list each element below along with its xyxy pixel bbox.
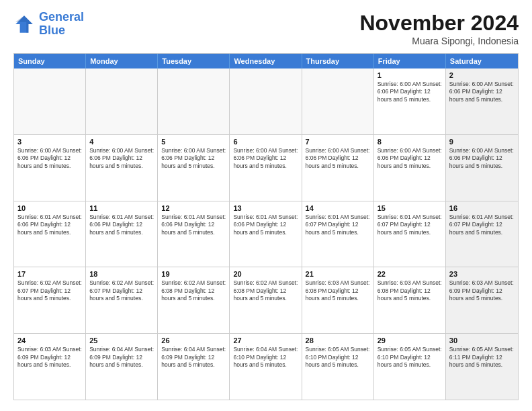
- empty-cell: [158, 68, 230, 134]
- day-cell-15: 15Sunrise: 6:01 AM Sunset: 6:07 PM Dayli…: [374, 201, 446, 267]
- cal-row-3: 17Sunrise: 6:02 AM Sunset: 6:07 PM Dayli…: [14, 267, 518, 333]
- cal-row-4: 24Sunrise: 6:03 AM Sunset: 6:09 PM Dayli…: [14, 333, 518, 400]
- day-number: 10: [17, 204, 82, 212]
- day-number: 30: [449, 336, 515, 345]
- day-number: 13: [233, 204, 298, 212]
- logo: General Blue: [13, 11, 84, 38]
- day-number: 18: [89, 270, 154, 278]
- day-info: Sunrise: 6:02 AM Sunset: 6:08 PM Dayligh…: [161, 279, 226, 302]
- day-cell-14: 14Sunrise: 6:01 AM Sunset: 6:07 PM Dayli…: [302, 201, 374, 267]
- day-cell-21: 21Sunrise: 6:03 AM Sunset: 6:08 PM Dayli…: [302, 267, 374, 333]
- day-info: Sunrise: 6:00 AM Sunset: 6:06 PM Dayligh…: [378, 147, 442, 170]
- day-info: Sunrise: 6:00 AM Sunset: 6:06 PM Dayligh…: [233, 147, 298, 170]
- cal-row-0: 1Sunrise: 6:00 AM Sunset: 6:06 PM Daylig…: [14, 68, 518, 134]
- logo-icon: [13, 13, 35, 35]
- header: General Blue November 2024 Muara Sipongi…: [13, 11, 519, 46]
- day-number: 26: [161, 336, 226, 345]
- day-info: Sunrise: 6:03 AM Sunset: 6:08 PM Dayligh…: [378, 279, 442, 302]
- empty-cell: [230, 68, 302, 134]
- header-cell-saturday: Saturday: [446, 54, 518, 68]
- day-number: 29: [378, 336, 442, 345]
- day-info: Sunrise: 6:01 AM Sunset: 6:06 PM Dayligh…: [233, 214, 298, 236]
- day-cell-17: 17Sunrise: 6:02 AM Sunset: 6:07 PM Dayli…: [14, 267, 86, 333]
- empty-cell: [14, 68, 86, 134]
- day-info: Sunrise: 6:01 AM Sunset: 6:06 PM Dayligh…: [161, 214, 226, 236]
- day-cell-10: 10Sunrise: 6:01 AM Sunset: 6:06 PM Dayli…: [14, 201, 86, 267]
- day-info: Sunrise: 6:03 AM Sunset: 6:09 PM Dayligh…: [449, 279, 515, 302]
- day-number: 27: [233, 336, 298, 345]
- logo-general: General: [39, 10, 84, 24]
- day-number: 12: [161, 204, 226, 212]
- day-info: Sunrise: 6:00 AM Sunset: 6:06 PM Dayligh…: [17, 147, 82, 170]
- header-cell-thursday: Thursday: [302, 54, 374, 68]
- day-info: Sunrise: 6:04 AM Sunset: 6:09 PM Dayligh…: [161, 346, 226, 369]
- day-number: 2: [449, 71, 515, 79]
- day-number: 11: [89, 204, 154, 212]
- day-number: 3: [17, 138, 82, 146]
- day-info: Sunrise: 6:00 AM Sunset: 6:06 PM Dayligh…: [306, 147, 370, 170]
- day-cell-1: 1Sunrise: 6:00 AM Sunset: 6:06 PM Daylig…: [374, 68, 446, 134]
- day-info: Sunrise: 6:01 AM Sunset: 6:06 PM Dayligh…: [89, 214, 154, 236]
- day-number: 16: [449, 204, 515, 212]
- day-number: 5: [161, 138, 226, 146]
- subtitle: Muara Sipongi, Indonesia: [359, 36, 519, 46]
- day-cell-24: 24Sunrise: 6:03 AM Sunset: 6:09 PM Dayli…: [14, 334, 86, 400]
- day-info: Sunrise: 6:05 AM Sunset: 6:10 PM Dayligh…: [306, 346, 370, 369]
- day-cell-5: 5Sunrise: 6:00 AM Sunset: 6:06 PM Daylig…: [158, 135, 230, 201]
- day-number: 4: [89, 138, 154, 146]
- day-info: Sunrise: 6:01 AM Sunset: 6:07 PM Dayligh…: [378, 214, 442, 236]
- day-number: 7: [306, 138, 370, 146]
- day-cell-28: 28Sunrise: 6:05 AM Sunset: 6:10 PM Dayli…: [302, 334, 374, 400]
- day-info: Sunrise: 6:02 AM Sunset: 6:08 PM Dayligh…: [233, 279, 298, 302]
- header-cell-sunday: Sunday: [14, 54, 86, 68]
- day-number: 24: [17, 336, 82, 345]
- day-info: Sunrise: 6:01 AM Sunset: 6:06 PM Dayligh…: [17, 214, 82, 236]
- day-cell-18: 18Sunrise: 6:02 AM Sunset: 6:07 PM Dayli…: [86, 267, 158, 333]
- day-cell-22: 22Sunrise: 6:03 AM Sunset: 6:08 PM Dayli…: [374, 267, 446, 333]
- day-info: Sunrise: 6:05 AM Sunset: 6:10 PM Dayligh…: [378, 346, 442, 369]
- day-cell-13: 13Sunrise: 6:01 AM Sunset: 6:06 PM Dayli…: [230, 201, 302, 267]
- empty-cell: [302, 68, 374, 134]
- day-cell-30: 30Sunrise: 6:05 AM Sunset: 6:11 PM Dayli…: [446, 334, 518, 400]
- day-number: 22: [378, 270, 442, 278]
- day-cell-29: 29Sunrise: 6:05 AM Sunset: 6:10 PM Dayli…: [374, 334, 446, 400]
- month-title: November 2024: [359, 11, 519, 36]
- day-cell-19: 19Sunrise: 6:02 AM Sunset: 6:08 PM Dayli…: [158, 267, 230, 333]
- day-info: Sunrise: 6:03 AM Sunset: 6:08 PM Dayligh…: [306, 279, 370, 302]
- day-info: Sunrise: 6:00 AM Sunset: 6:06 PM Dayligh…: [378, 81, 442, 103]
- title-area: November 2024 Muara Sipongi, Indonesia: [359, 11, 519, 46]
- day-number: 25: [89, 336, 154, 345]
- header-cell-friday: Friday: [374, 54, 446, 68]
- day-number: 6: [233, 138, 298, 146]
- day-number: 14: [306, 204, 370, 212]
- day-info: Sunrise: 6:04 AM Sunset: 6:09 PM Dayligh…: [89, 346, 154, 369]
- day-number: 8: [378, 138, 442, 146]
- day-info: Sunrise: 6:01 AM Sunset: 6:07 PM Dayligh…: [306, 214, 370, 236]
- day-cell-16: 16Sunrise: 6:01 AM Sunset: 6:07 PM Dayli…: [446, 201, 518, 267]
- cal-row-1: 3Sunrise: 6:00 AM Sunset: 6:06 PM Daylig…: [14, 134, 518, 201]
- day-info: Sunrise: 6:00 AM Sunset: 6:06 PM Dayligh…: [449, 147, 515, 170]
- day-info: Sunrise: 6:02 AM Sunset: 6:07 PM Dayligh…: [89, 279, 154, 302]
- day-info: Sunrise: 6:00 AM Sunset: 6:06 PM Dayligh…: [161, 147, 226, 170]
- day-number: 21: [306, 270, 370, 278]
- day-cell-6: 6Sunrise: 6:00 AM Sunset: 6:06 PM Daylig…: [230, 135, 302, 201]
- day-info: Sunrise: 6:03 AM Sunset: 6:09 PM Dayligh…: [17, 346, 82, 369]
- calendar-header: SundayMondayTuesdayWednesdayThursdayFrid…: [14, 54, 518, 68]
- header-cell-tuesday: Tuesday: [158, 54, 230, 68]
- header-cell-wednesday: Wednesday: [230, 54, 302, 68]
- day-number: 28: [306, 336, 370, 345]
- day-cell-9: 9Sunrise: 6:00 AM Sunset: 6:06 PM Daylig…: [446, 135, 518, 201]
- cal-row-2: 10Sunrise: 6:01 AM Sunset: 6:06 PM Dayli…: [14, 201, 518, 267]
- day-cell-27: 27Sunrise: 6:04 AM Sunset: 6:10 PM Dayli…: [230, 334, 302, 400]
- day-cell-7: 7Sunrise: 6:00 AM Sunset: 6:06 PM Daylig…: [302, 135, 374, 201]
- logo-text: General Blue: [39, 11, 84, 38]
- day-cell-20: 20Sunrise: 6:02 AM Sunset: 6:08 PM Dayli…: [230, 267, 302, 333]
- day-info: Sunrise: 6:00 AM Sunset: 6:06 PM Dayligh…: [89, 147, 154, 170]
- day-info: Sunrise: 6:00 AM Sunset: 6:06 PM Dayligh…: [449, 81, 515, 103]
- day-cell-3: 3Sunrise: 6:00 AM Sunset: 6:06 PM Daylig…: [14, 135, 86, 201]
- calendar-body: 1Sunrise: 6:00 AM Sunset: 6:06 PM Daylig…: [14, 68, 518, 400]
- day-cell-26: 26Sunrise: 6:04 AM Sunset: 6:09 PM Dayli…: [158, 334, 230, 400]
- day-cell-12: 12Sunrise: 6:01 AM Sunset: 6:06 PM Dayli…: [158, 201, 230, 267]
- empty-cell: [86, 68, 158, 134]
- day-number: 23: [449, 270, 515, 278]
